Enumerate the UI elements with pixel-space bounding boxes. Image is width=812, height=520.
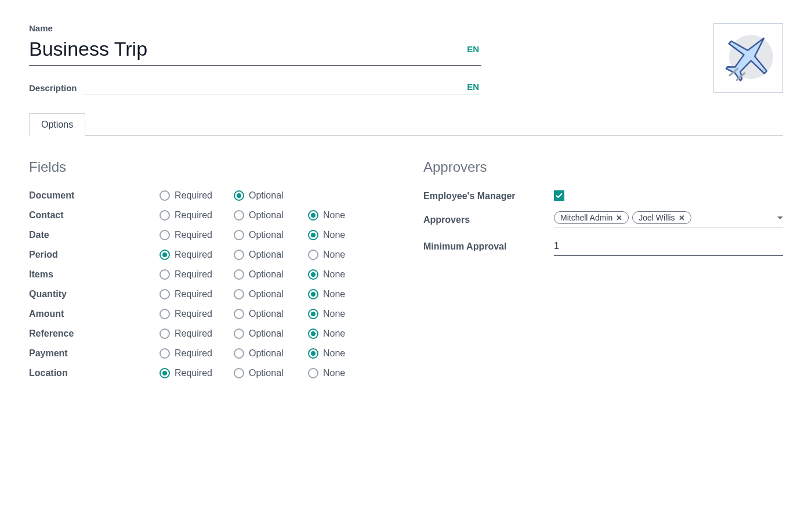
radio-optional[interactable]: Optional [234, 368, 292, 378]
chevron-down-icon[interactable] [777, 216, 783, 219]
radio-label: None [323, 250, 345, 260]
radio-optional[interactable]: Optional [234, 289, 292, 299]
radio-circle-icon [308, 269, 318, 280]
radio-label: Optional [249, 348, 284, 359]
radio-none[interactable]: None [308, 210, 366, 221]
field-label: Items [29, 269, 160, 280]
radio-none[interactable]: None [308, 348, 366, 359]
approvers-label: Approvers [423, 215, 554, 225]
radio-none[interactable]: None [308, 250, 366, 260]
field-label: Date [29, 230, 160, 240]
radio-label: Required [175, 368, 212, 378]
radio-required[interactable]: Required [160, 289, 217, 299]
field-row-items: ItemsRequiredOptionalNone [29, 265, 389, 284]
radio-circle-icon [234, 368, 244, 378]
radio-label: Optional [249, 250, 284, 260]
name-label: Name [29, 23, 481, 33]
radio-optional[interactable]: Optional [234, 190, 292, 201]
field-label: Contact [29, 210, 160, 221]
description-input[interactable] [83, 78, 481, 95]
radio-label: None [323, 348, 345, 359]
radio-optional[interactable]: Optional [234, 269, 292, 280]
radio-circle-icon [234, 309, 244, 319]
radio-label: Optional [249, 190, 284, 201]
radio-circle-icon [234, 289, 244, 299]
field-row-period: PeriodRequiredOptionalNone [29, 245, 389, 265]
description-lang-badge[interactable]: EN [467, 82, 479, 92]
radio-label: Required [175, 348, 212, 359]
radio-required[interactable]: Required [160, 328, 217, 339]
radio-required[interactable]: Required [160, 368, 217, 378]
radio-circle-icon [234, 190, 244, 201]
radio-circle-icon [234, 348, 244, 359]
name-input[interactable] [29, 35, 481, 66]
field-row-date: DateRequiredOptionalNone [29, 225, 389, 245]
radio-required[interactable]: Required [160, 230, 217, 240]
field-row-quantity: QuantityRequiredOptionalNone [29, 284, 389, 304]
radio-required[interactable]: Required [160, 269, 217, 280]
radio-none[interactable]: None [308, 289, 366, 299]
radio-label: Required [175, 250, 212, 260]
radio-circle-icon [160, 210, 170, 221]
field-row-document: DocumentRequiredOptional [29, 186, 389, 205]
radio-label: None [323, 289, 345, 299]
radio-circle-icon [160, 289, 170, 299]
radio-circle-icon [234, 269, 244, 280]
field-label: Location [29, 368, 160, 378]
radio-label: Required [175, 309, 212, 319]
tag-label: Mitchell Admin [560, 213, 612, 222]
radio-required[interactable]: Required [160, 250, 217, 260]
image-upload[interactable] [713, 23, 783, 93]
radio-circle-icon [308, 250, 318, 260]
field-label: Document [29, 190, 160, 201]
radio-none[interactable]: None [308, 368, 366, 378]
radio-label: Optional [249, 328, 284, 339]
field-row-reference: ReferenceRequiredOptionalNone [29, 324, 389, 344]
approvers-section-title: Approvers [423, 159, 783, 175]
airplane-icon [719, 28, 777, 88]
radio-optional[interactable]: Optional [234, 210, 292, 221]
field-row-location: LocationRequiredOptionalNone [29, 363, 389, 383]
radio-circle-icon [160, 230, 170, 240]
radio-optional[interactable]: Optional [234, 309, 292, 319]
radio-none[interactable]: None [308, 269, 366, 280]
radio-label: Optional [249, 289, 284, 299]
tag-remove-icon[interactable]: ✕ [679, 214, 685, 222]
approvers-tags-input[interactable]: Mitchell Admin✕Joel Willis✕ [554, 211, 783, 228]
radio-label: Required [175, 210, 212, 221]
radio-optional[interactable]: Optional [234, 348, 292, 359]
radio-label: None [323, 210, 345, 221]
radio-optional[interactable]: Optional [234, 250, 292, 260]
radio-circle-icon [234, 328, 244, 339]
radio-label: Optional [249, 368, 284, 378]
min-approval-label: Minimum Approval [423, 241, 554, 252]
tag-label: Joel Willis [639, 213, 675, 222]
radio-none[interactable]: None [308, 328, 366, 339]
radio-label: None [323, 269, 345, 280]
approver-tag: Joel Willis✕ [632, 211, 691, 224]
radio-circle-icon [308, 328, 318, 339]
min-approval-input[interactable] [554, 237, 783, 256]
radio-circle-icon [234, 250, 244, 260]
radio-required[interactable]: Required [160, 309, 217, 319]
employee-manager-checkbox[interactable] [554, 190, 564, 201]
description-label: Description [29, 83, 77, 95]
radio-none[interactable]: None [308, 230, 366, 240]
tab-options[interactable]: Options [29, 113, 85, 136]
radio-circle-icon [160, 368, 170, 378]
radio-label: Optional [249, 230, 284, 240]
employee-manager-label: Employee's Manager [423, 191, 554, 201]
radio-required[interactable]: Required [160, 190, 217, 201]
tag-remove-icon[interactable]: ✕ [616, 214, 622, 222]
radio-none[interactable]: None [308, 309, 366, 319]
field-label: Quantity [29, 289, 160, 299]
radio-optional[interactable]: Optional [234, 328, 292, 339]
radio-circle-icon [308, 289, 318, 299]
radio-required[interactable]: Required [160, 348, 217, 359]
radio-label: None [323, 328, 345, 339]
radio-required[interactable]: Required [160, 210, 217, 221]
field-label: Payment [29, 348, 160, 359]
name-lang-badge[interactable]: EN [467, 44, 479, 54]
radio-optional[interactable]: Optional [234, 230, 292, 240]
radio-label: Required [175, 289, 212, 299]
